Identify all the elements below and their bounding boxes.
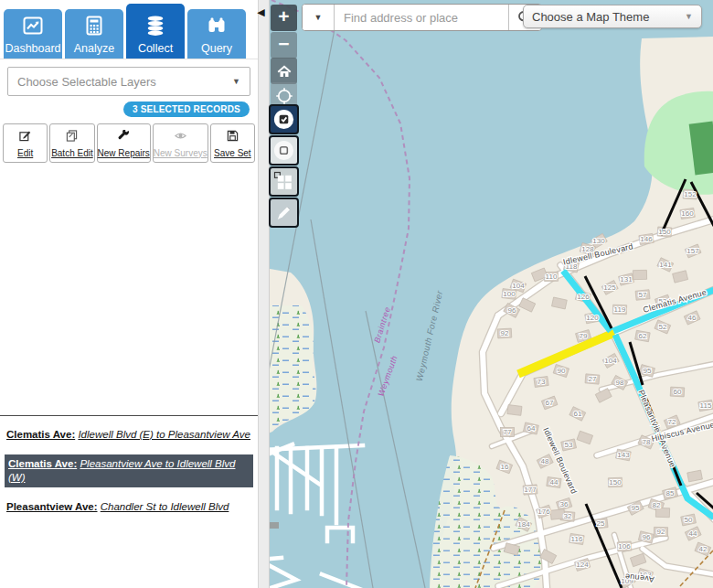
svg-text:100: 100 xyxy=(503,290,516,298)
toolbar-button-label: Save Set xyxy=(214,148,251,158)
svg-text:32: 32 xyxy=(564,512,572,520)
svg-text:92: 92 xyxy=(501,329,509,337)
tab-query[interactable]: Query xyxy=(187,9,246,59)
svg-text:78: 78 xyxy=(643,438,651,446)
record-extent: Chandler St to Idlewell Blvd xyxy=(101,501,229,512)
svg-text:184: 184 xyxy=(517,520,530,529)
edit-button[interactable]: Edit xyxy=(3,123,48,163)
svg-text:73: 73 xyxy=(537,378,546,386)
svg-text:72: 72 xyxy=(668,418,676,426)
svg-text:131: 131 xyxy=(620,275,633,283)
wrench-icon xyxy=(118,129,130,145)
rectangle-select-tool-button[interactable] xyxy=(269,135,299,166)
tab-analyze[interactable]: Analyze xyxy=(65,9,123,59)
record-item[interactable]: Clematis Ave: Pleasantview Ave to Idlewe… xyxy=(5,454,253,487)
crosshair-icon xyxy=(275,87,293,105)
batch-edit-button[interactable]: Batch Edit xyxy=(49,123,94,163)
calculator-icon xyxy=(83,15,105,42)
collapse-panel-icon[interactable]: ◀ xyxy=(253,7,269,17)
main-tabs: DashboardAnalyzeCollectQuery xyxy=(0,0,258,59)
chevron-down-icon: ▼ xyxy=(685,12,693,21)
save-set-button[interactable]: Save Set xyxy=(210,123,255,163)
grid-icon xyxy=(272,170,295,193)
svg-text:119: 119 xyxy=(614,305,626,314)
panel-splitter[interactable]: ◀ xyxy=(258,0,270,588)
svg-text:143: 143 xyxy=(617,451,630,459)
chevron-down-icon: ▼ xyxy=(232,77,240,86)
svg-text:104: 104 xyxy=(512,282,525,290)
side-panel: DashboardAnalyzeCollectQuery Choose Sele… xyxy=(0,0,258,588)
svg-text:50: 50 xyxy=(685,516,693,524)
svg-text:85: 85 xyxy=(666,489,675,497)
select-records-tool-button[interactable] xyxy=(269,104,299,134)
eye-icon xyxy=(175,129,186,145)
svg-text:53: 53 xyxy=(565,441,573,449)
svg-text:177: 177 xyxy=(524,486,537,494)
database-icon xyxy=(144,15,166,42)
svg-text:92: 92 xyxy=(657,528,665,536)
svg-text:27: 27 xyxy=(589,375,597,383)
svg-text:98: 98 xyxy=(616,379,624,387)
tab-label: Dashboard xyxy=(5,42,60,55)
home-icon xyxy=(276,63,293,80)
svg-text:106: 106 xyxy=(618,542,631,551)
svg-text:36: 36 xyxy=(560,500,569,508)
svg-text:95: 95 xyxy=(644,367,652,375)
record-street: Clematis Ave: xyxy=(8,458,77,469)
chart-icon xyxy=(22,15,44,42)
svg-text:57: 57 xyxy=(639,291,647,299)
toolbar-button-label: New Repairs xyxy=(98,148,150,158)
svg-text:157: 157 xyxy=(686,247,699,255)
svg-text:130: 130 xyxy=(592,237,605,245)
zoom-in-button[interactable]: + xyxy=(271,5,297,31)
home-button[interactable] xyxy=(271,58,297,84)
new-surveys-button: New Surveys xyxy=(153,123,208,163)
map-theme-select[interactable]: Choose a Map Theme ▼ xyxy=(523,5,702,28)
toolbar-button-label: Batch Edit xyxy=(51,148,93,158)
svg-text:79: 79 xyxy=(580,332,588,340)
new-repairs-button[interactable]: New Repairs xyxy=(97,123,151,163)
svg-text:46: 46 xyxy=(688,314,697,322)
edit-toolbar: EditBatch EditNew RepairsNew SurveysSave… xyxy=(3,123,255,163)
map-theme-value: Choose a Map Theme xyxy=(532,10,649,24)
svg-text:61: 61 xyxy=(574,410,582,418)
record-street: Pleasantview Ave: xyxy=(6,501,98,512)
zoom-out-button[interactable]: − xyxy=(271,32,297,59)
toolbar-button-label: Edit xyxy=(17,148,33,158)
svg-text:90: 90 xyxy=(558,367,566,375)
svg-text:44: 44 xyxy=(550,478,559,486)
pencil-icon xyxy=(272,201,295,224)
svg-text:95: 95 xyxy=(632,504,640,512)
svg-text:82: 82 xyxy=(653,501,661,509)
edit-icon xyxy=(19,129,31,145)
tab-dashboard[interactable]: Dashboard xyxy=(4,9,62,59)
draw-measure-tool-button[interactable] xyxy=(269,198,299,228)
selectable-layers-placeholder: Choose Selectable Layers xyxy=(17,75,156,89)
selected-records-list: Clematis Ave: Idlewell Blvd (E) to Pleas… xyxy=(0,415,258,527)
basemap-gallery-button[interactable] xyxy=(269,166,299,197)
svg-text:42: 42 xyxy=(699,545,708,553)
svg-text:16: 16 xyxy=(501,463,509,471)
svg-text:152: 152 xyxy=(684,190,697,198)
chevron-down-icon: ▼ xyxy=(314,13,323,22)
tab-label: Query xyxy=(201,42,232,55)
svg-text:125: 125 xyxy=(603,283,616,292)
svg-text:176: 176 xyxy=(537,508,550,516)
svg-text:48: 48 xyxy=(541,457,549,465)
record-item[interactable]: Clematis Ave: Idlewell Blvd (E) to Pleas… xyxy=(5,426,253,444)
svg-text:96: 96 xyxy=(508,306,516,315)
svg-text:126: 126 xyxy=(577,293,590,301)
search-input[interactable] xyxy=(335,5,508,30)
svg-text:25: 25 xyxy=(597,519,605,528)
svg-text:116: 116 xyxy=(571,535,583,543)
svg-text:141: 141 xyxy=(659,261,672,269)
tab-collect[interactable]: Collect xyxy=(126,4,185,59)
svg-text:146: 146 xyxy=(640,235,653,243)
record-item[interactable]: Pleasantview Ave: Chandler St to Idlewel… xyxy=(5,498,253,516)
selectable-layers-dropdown[interactable]: Choose Selectable Layers ▼ xyxy=(7,67,250,96)
svg-text:150: 150 xyxy=(609,478,622,486)
address-search: ▼ xyxy=(302,4,542,31)
svg-text:115: 115 xyxy=(700,401,712,410)
search-source-dropdown-button[interactable]: ▼ xyxy=(303,5,335,30)
svg-text:104: 104 xyxy=(604,357,617,365)
